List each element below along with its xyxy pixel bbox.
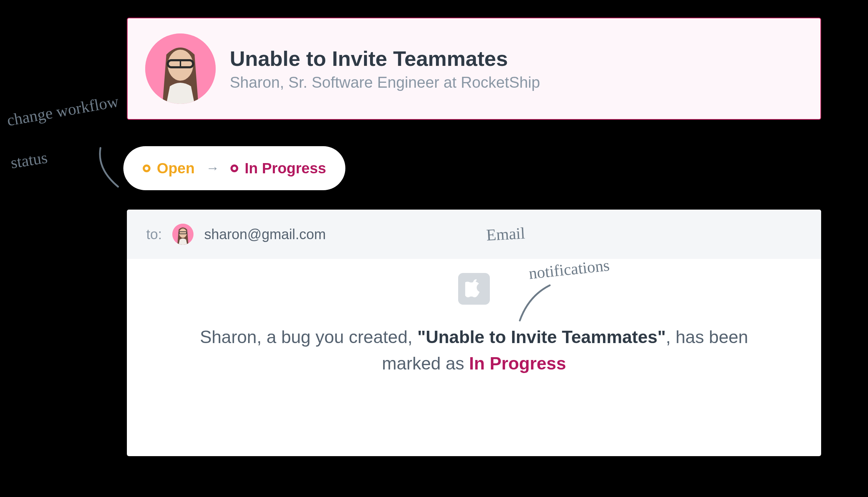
ticket-text: Unable to Invite Teammates Sharon, Sr. S…	[230, 46, 540, 91]
status-change-pill[interactable]: Open → In Progress	[123, 146, 345, 190]
email-body: Sharon, a bug you created, "Unable to In…	[127, 259, 821, 398]
email-msg-status: In Progress	[469, 354, 566, 373]
status-dot-icon	[143, 164, 150, 172]
ticket-title: Unable to Invite Teammates	[230, 46, 540, 71]
ticket-card: Unable to Invite Teammates Sharon, Sr. S…	[127, 18, 821, 120]
status-to-label: In Progress	[245, 160, 326, 177]
svg-point-5	[179, 229, 187, 238]
recipient-avatar	[172, 224, 193, 245]
email-message: Sharon, a bug you created, "Unable to In…	[169, 324, 779, 377]
reporter-avatar	[145, 33, 216, 104]
annotation-email: Email	[486, 224, 525, 244]
email-msg-pre: Sharon, a bug you created,	[200, 327, 417, 347]
status-from-label: Open	[157, 160, 195, 177]
recipient-email: sharon@gmail.com	[204, 226, 326, 242]
email-notification-card: to: sharon@gmail.com Sharon, a bug you c…	[127, 210, 821, 456]
annotation-change-workflow: change workflow	[6, 93, 120, 130]
ticket-subtitle: Sharon, Sr. Software Engineer at RocketS…	[230, 74, 540, 91]
status-dot-icon	[230, 164, 238, 172]
email-header: to: sharon@gmail.com	[127, 210, 821, 259]
status-from: Open	[143, 160, 195, 177]
annotation-status: status	[10, 149, 49, 172]
email-msg-bug-title: "Unable to Invite Teammates"	[417, 327, 666, 347]
status-to: In Progress	[230, 160, 326, 177]
apple-logo-icon	[458, 273, 490, 305]
arrow-right-icon: →	[206, 161, 219, 176]
annotation-arrow-icon	[515, 282, 557, 324]
email-to-label: to:	[146, 226, 162, 242]
